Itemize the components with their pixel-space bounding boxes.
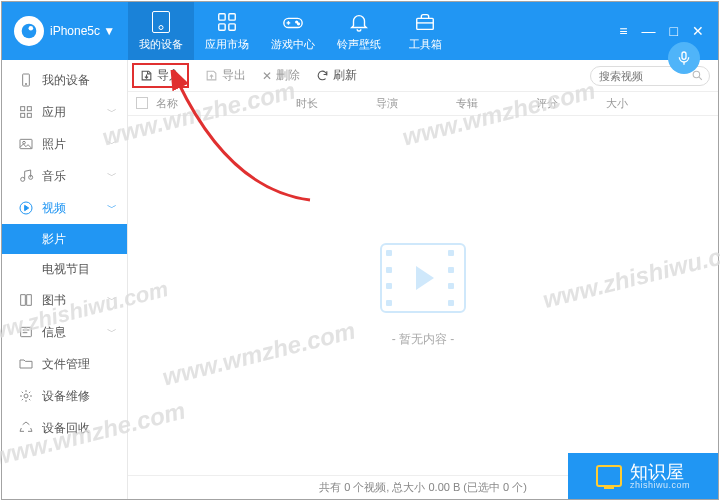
export-icon xyxy=(205,69,218,82)
monitor-icon xyxy=(596,465,622,487)
play-icon xyxy=(416,266,434,290)
select-all-checkbox[interactable] xyxy=(136,97,148,109)
chevron-down-icon: ﹀ xyxy=(107,293,117,307)
svg-rect-19 xyxy=(21,113,25,117)
svg-rect-2 xyxy=(219,13,225,19)
chevron-down-icon: ﹀ xyxy=(107,137,117,151)
tool-label: 导入 xyxy=(157,67,181,84)
toolbar: 导入 导出 ✕ 删除 刷新 xyxy=(128,60,718,92)
device-icon xyxy=(152,11,170,33)
svg-rect-27 xyxy=(21,327,32,336)
svg-line-32 xyxy=(699,77,702,80)
music-icon xyxy=(18,168,34,184)
delete-icon: ✕ xyxy=(262,69,272,83)
tab-toolbox[interactable]: 工具箱 xyxy=(392,2,458,60)
video-icon xyxy=(18,200,34,216)
sidebar-label: 音乐 xyxy=(42,168,66,185)
svg-rect-4 xyxy=(219,23,225,29)
sidebar-label: 设备回收 xyxy=(42,420,90,437)
tool-label: 刷新 xyxy=(333,67,357,84)
sidebar-label: 设备维修 xyxy=(42,388,90,405)
import-icon xyxy=(140,69,153,82)
info-icon xyxy=(18,324,34,340)
chevron-down-icon: ﹀ xyxy=(107,169,117,183)
svg-point-0 xyxy=(22,24,37,39)
refresh-button[interactable]: 刷新 xyxy=(316,67,357,84)
device-selector[interactable]: iPhone5c ▼ xyxy=(50,24,115,38)
tool-label: 导出 xyxy=(222,67,246,84)
svg-rect-17 xyxy=(21,107,25,111)
col-duration[interactable]: 时长 xyxy=(296,96,376,111)
svg-rect-3 xyxy=(229,13,235,19)
chevron-down-icon: ﹀ xyxy=(107,325,117,339)
photo-icon xyxy=(18,136,34,152)
sidebar-item-photos[interactable]: 照片 ﹀ xyxy=(2,128,127,160)
col-name[interactable]: 名称 xyxy=(156,96,296,111)
sidebar-item-books[interactable]: 图书 ﹀ xyxy=(2,284,127,316)
sidebar-label: 我的设备 xyxy=(42,72,90,89)
device-icon xyxy=(18,72,34,88)
toolbox-icon xyxy=(414,11,436,33)
col-rating[interactable]: 评分 xyxy=(536,96,606,111)
tab-label: 游戏中心 xyxy=(271,37,315,52)
col-album[interactable]: 专辑 xyxy=(456,96,536,111)
brand-badge: 知识屋 zhishiwu.com xyxy=(568,453,718,499)
svg-marker-26 xyxy=(25,205,29,210)
tab-label: 应用市场 xyxy=(205,37,249,52)
svg-point-31 xyxy=(693,71,700,78)
minimize-icon[interactable]: — xyxy=(642,23,656,39)
sidebar-item-info[interactable]: 信息 ﹀ xyxy=(2,316,127,348)
sidebar-label: 信息 xyxy=(42,324,66,341)
svg-rect-20 xyxy=(27,113,31,117)
svg-rect-11 xyxy=(417,18,434,29)
close-icon[interactable]: ✕ xyxy=(692,23,704,39)
tab-label: 铃声壁纸 xyxy=(337,37,381,52)
microphone-icon xyxy=(676,50,692,66)
sidebar-sub-label: 电视节目 xyxy=(42,261,90,278)
svg-point-9 xyxy=(296,21,298,23)
refresh-icon xyxy=(316,69,329,82)
export-button[interactable]: 导出 xyxy=(205,67,246,84)
svg-rect-18 xyxy=(27,107,31,111)
bell-icon xyxy=(348,11,370,33)
maximize-icon[interactable]: □ xyxy=(670,23,678,39)
svg-point-23 xyxy=(21,177,25,181)
status-text: 共有 0 个视频, 总大小 0.00 B (已选中 0 个) xyxy=(319,480,527,495)
sidebar-item-recycle[interactable]: 设备回收 xyxy=(2,412,127,444)
import-button[interactable]: 导入 xyxy=(140,67,181,84)
chevron-down-icon: ﹀ xyxy=(107,105,117,119)
sidebar-label: 图书 xyxy=(42,292,66,309)
svg-point-1 xyxy=(29,26,34,31)
window-controls: ≡ — □ ✕ xyxy=(619,23,718,39)
sidebar-item-files[interactable]: 文件管理 xyxy=(2,348,127,380)
sidebar-item-repair[interactable]: 设备维修 xyxy=(2,380,127,412)
app-logo-icon xyxy=(14,16,44,46)
sidebar-item-music[interactable]: 音乐 ﹀ xyxy=(2,160,127,192)
sidebar-item-apps[interactable]: 应用 ﹀ xyxy=(2,96,127,128)
sidebar-label: 文件管理 xyxy=(42,356,90,373)
apps-icon xyxy=(18,104,34,120)
menu-icon[interactable]: ≡ xyxy=(619,23,627,39)
sidebar-label: 应用 xyxy=(42,104,66,121)
gamepad-icon xyxy=(282,11,304,33)
delete-button[interactable]: ✕ 删除 xyxy=(262,67,300,84)
sidebar-sub-movies[interactable]: 影片 xyxy=(2,224,127,254)
tab-ringtone-wallpaper[interactable]: 铃声壁纸 xyxy=(326,2,392,60)
col-size[interactable]: 大小 xyxy=(606,96,666,111)
tab-game-center[interactable]: 游戏中心 xyxy=(260,2,326,60)
sidebar-sub-label: 影片 xyxy=(42,231,66,248)
folder-icon xyxy=(18,356,34,372)
table-header: 名称 时长 导演 专辑 评分 大小 xyxy=(128,92,718,116)
sidebar-item-device[interactable]: 我的设备 xyxy=(2,64,127,96)
voice-button[interactable] xyxy=(668,42,700,74)
sidebar-sub-tvshows[interactable]: 电视节目 xyxy=(2,254,127,284)
sidebar-item-video[interactable]: 视频 ﹀ xyxy=(2,192,127,224)
col-director[interactable]: 导演 xyxy=(376,96,456,111)
svg-point-30 xyxy=(24,394,28,398)
sidebar-label: 视频 xyxy=(42,200,66,217)
tab-app-market[interactable]: 应用市场 xyxy=(194,2,260,60)
tab-my-device[interactable]: 我的设备 xyxy=(128,2,194,60)
app-logo-area[interactable]: iPhone5c ▼ xyxy=(2,16,128,46)
apps-icon xyxy=(216,11,238,33)
empty-text: - 暂无内容 - xyxy=(392,331,455,348)
